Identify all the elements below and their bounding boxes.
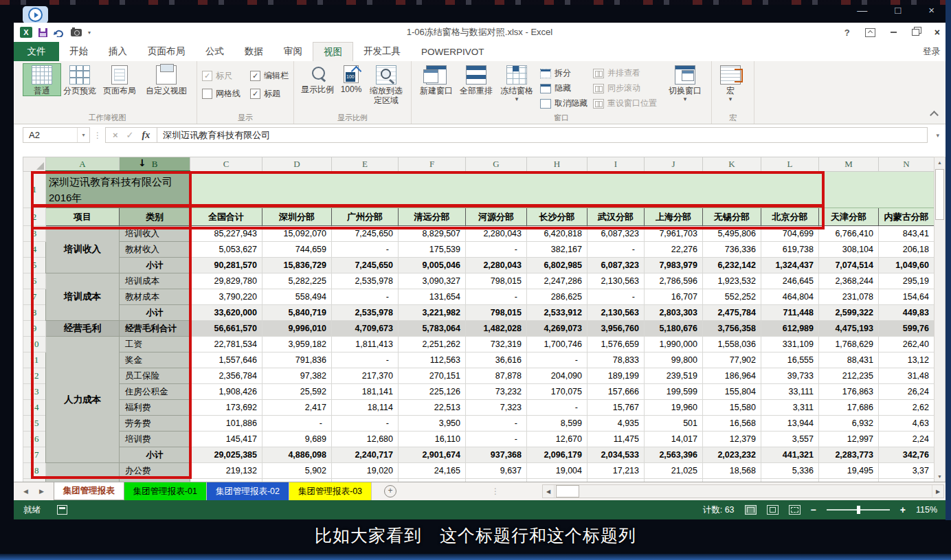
tab-home[interactable]: 开始 (59, 42, 98, 61)
row-header-16[interactable]: 16 (23, 432, 46, 447)
value-cell[interactable]: 2,475,784 (703, 305, 761, 321)
header-cell[interactable]: 天津分部 (819, 208, 879, 226)
value-cell[interactable]: 3,37 (879, 463, 935, 479)
cancel-icon[interactable]: × (113, 130, 118, 140)
value-cell[interactable]: 170,075 (527, 384, 588, 400)
value-cell[interactable]: 33,111 (761, 384, 819, 400)
expand-formula-bar-icon[interactable]: ▾ (936, 132, 939, 139)
new-sheet-button[interactable]: + (372, 482, 409, 500)
value-cell[interactable]: 736,336 (703, 242, 761, 258)
headings-checkbox[interactable]: ✓ 标题 (250, 88, 289, 100)
header-cell[interactable]: 全国合计 (190, 208, 262, 226)
value-cell[interactable]: 97,382 (262, 368, 332, 384)
save-icon[interactable] (38, 28, 47, 37)
value-cell[interactable]: 99,800 (645, 352, 703, 368)
value-cell[interactable]: 25,592 (262, 384, 332, 400)
value-cell[interactable]: 4,709,673 (332, 321, 399, 337)
value-cell[interactable]: 18,114 (332, 400, 399, 416)
zoom-slider[interactable] (827, 509, 890, 511)
value-cell[interactable]: 2,535,978 (332, 305, 399, 321)
value-cell[interactable]: 4,475,193 (819, 321, 879, 337)
sheet-tab-2[interactable]: 集团管理报表-02 (207, 482, 289, 500)
item-label-cell[interactable]: 培训费 (120, 432, 190, 447)
value-cell[interactable]: 13,944 (761, 416, 819, 432)
value-cell[interactable]: - (262, 416, 332, 432)
row-header-7[interactable]: 7 (23, 289, 46, 305)
value-cell[interactable]: 206,18 (879, 242, 935, 258)
value-cell[interactable]: 1,557,646 (190, 352, 262, 368)
value-cell[interactable]: 36,616 (466, 352, 527, 368)
item-label-cell[interactable]: 住房公积金 (120, 384, 190, 400)
sign-in-link[interactable]: 登录 (923, 42, 940, 61)
value-cell[interactable]: 219,132 (190, 463, 262, 479)
value-cell[interactable]: 173,692 (190, 400, 262, 416)
value-cell[interactable]: 15,767 (588, 400, 645, 416)
page-layout-view-icon[interactable] (767, 505, 779, 515)
vertical-scroll-thumb[interactable] (935, 169, 944, 220)
normal-view-button[interactable]: 普通 (23, 63, 61, 96)
value-cell[interactable]: 331,109 (761, 337, 819, 352)
value-cell[interactable]: 1,482,028 (466, 321, 527, 337)
zoom-slider-thumb[interactable] (857, 506, 860, 514)
minimize-button[interactable] (891, 32, 897, 33)
value-cell[interactable]: 189,199 (588, 368, 645, 384)
row-header-11[interactable]: 11 (23, 352, 46, 368)
value-cell[interactable]: 87,878 (466, 368, 527, 384)
value-cell[interactable]: 612,989 (761, 321, 819, 337)
value-cell[interactable]: 2,533,912 (527, 305, 588, 321)
header-cell[interactable]: 清远分部 (399, 208, 466, 226)
value-cell[interactable]: - (527, 352, 588, 368)
value-cell[interactable]: 22,513 (399, 400, 466, 416)
row-header-5[interactable]: 5 (23, 258, 46, 273)
select-all-corner[interactable] (23, 157, 46, 172)
custom-views-button[interactable]: 自定义视图 (141, 63, 192, 96)
header-cell[interactable]: 深圳分部 (262, 208, 332, 226)
column-header-D[interactable]: D (262, 157, 332, 172)
row-header-3[interactable]: 3 (23, 226, 46, 242)
video-maximize-button[interactable]: □ (895, 4, 901, 16)
view-side-by-side-button[interactable]: 并排查看 (593, 67, 657, 80)
column-header-E[interactable]: E (332, 157, 399, 172)
value-cell[interactable]: 732,319 (466, 337, 527, 352)
tab-review[interactable]: 审阅 (273, 42, 313, 61)
item-label-cell[interactable]: 小计 (120, 305, 190, 321)
value-cell[interactable]: 798,015 (466, 273, 527, 289)
column-header-M[interactable]: M (819, 157, 879, 172)
value-cell[interactable]: 77,902 (703, 352, 761, 368)
value-cell[interactable]: 286,625 (527, 289, 588, 305)
value-cell[interactable]: 9,689 (262, 432, 332, 447)
value-cell[interactable]: 204,090 (527, 368, 588, 384)
tab-file[interactable]: 文件 (14, 42, 59, 61)
item-label-cell[interactable]: 员工保险 (120, 368, 190, 384)
value-cell[interactable]: 12,997 (819, 432, 879, 447)
header-cell[interactable]: 项目 (46, 208, 120, 226)
item-label-cell[interactable]: 培训成本 (120, 273, 190, 289)
column-header-C[interactable]: C (190, 157, 262, 172)
value-cell[interactable]: 78,833 (588, 352, 645, 368)
value-cell[interactable]: 3,950 (399, 416, 466, 432)
value-cell[interactable]: 4,886,098 (262, 447, 332, 463)
value-cell[interactable]: 181,141 (332, 384, 399, 400)
value-cell[interactable]: 5,840,719 (262, 305, 332, 321)
row-header-13[interactable]: 13 (23, 384, 46, 400)
value-cell[interactable]: 7,245,650 (332, 226, 399, 242)
value-cell[interactable]: 9,996,010 (262, 321, 332, 337)
value-cell[interactable]: 6,932 (819, 416, 879, 432)
value-cell[interactable]: 2,368,244 (819, 273, 879, 289)
macros-button[interactable]: 宏 ▾ (717, 63, 744, 102)
value-cell[interactable]: 2,535,978 (332, 273, 399, 289)
value-cell[interactable]: 225,126 (399, 384, 466, 400)
value-cell[interactable]: 12,670 (527, 432, 588, 447)
column-header-F[interactable]: F (399, 157, 466, 172)
value-cell[interactable]: 2,096,179 (527, 447, 588, 463)
value-cell[interactable]: - (588, 242, 645, 258)
value-cell[interactable]: 7,983,979 (645, 258, 703, 273)
value-cell[interactable]: 15,836,729 (262, 258, 332, 273)
value-cell[interactable]: 112,563 (399, 352, 466, 368)
value-cell[interactable]: 19,020 (332, 463, 399, 479)
value-cell[interactable]: 704,699 (761, 226, 819, 242)
page-layout-view-button[interactable]: 页面布局 (98, 63, 141, 96)
column-header-H[interactable]: H (527, 157, 588, 172)
category-cell[interactable]: 培训收入 (46, 226, 120, 273)
value-cell[interactable]: 29,829,780 (190, 273, 262, 289)
